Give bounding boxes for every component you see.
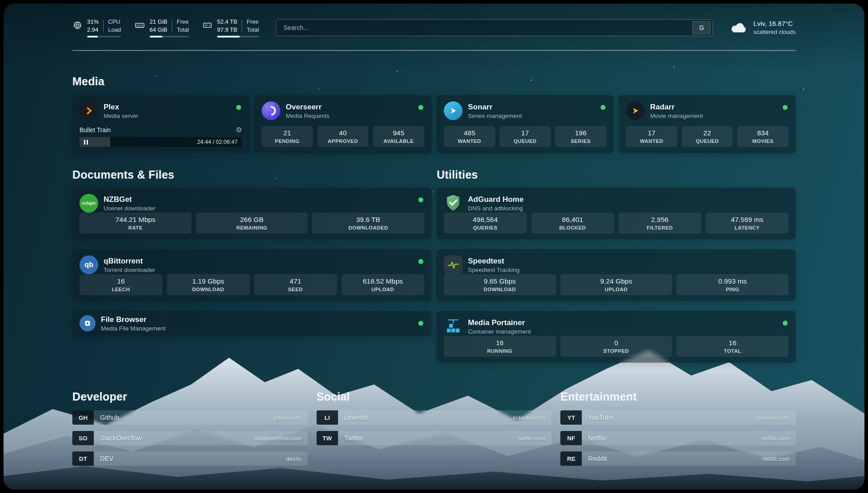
- bookmark-reddit[interactable]: RE Reddit reddit.com: [560, 451, 796, 466]
- stat-rate: 744.21 MbpsRATE: [79, 213, 192, 234]
- adguard-shield-icon: [444, 194, 463, 213]
- pause-icon[interactable]: [84, 140, 88, 145]
- disk-progress-bar: [217, 36, 259, 38]
- status-dot: [601, 105, 605, 110]
- stackoverflow-icon: SO: [72, 431, 94, 445]
- dashboard-content: Media Plex Media server: [72, 75, 796, 466]
- stat-wanted: 485WANTED: [444, 126, 495, 147]
- ram-widget: 21 GiB 64 GiB Free Total: [134, 18, 189, 38]
- vertical-divider: [242, 20, 242, 32]
- bookmark-linkedin[interactable]: LI LinkedIn linkedin.com: [317, 410, 552, 425]
- section-title-media: Media: [72, 75, 796, 88]
- section-title-social: Social: [317, 390, 552, 403]
- stat-ping: 0.993 msPING: [676, 274, 789, 295]
- search-bar: G: [276, 19, 713, 36]
- vertical-divider: [172, 20, 172, 32]
- app-subtitle: Usenet downloader: [104, 205, 155, 212]
- disk-free: 52.4 TB: [217, 18, 237, 26]
- topbar-divider: [72, 50, 796, 51]
- speedtest-card[interactable]: Speedtest Speedtest Tracking 9.65 GbpsDO…: [437, 249, 796, 301]
- plex-icon: [79, 101, 98, 120]
- sonarr-icon: [444, 101, 463, 120]
- app-subtitle: Speedtest Tracking: [468, 267, 520, 273]
- section-media: Media Plex Media server: [72, 75, 796, 153]
- stat-queued: 17QUEUED: [500, 126, 551, 147]
- app-subtitle: Media Requests: [286, 113, 330, 119]
- status-dot: [783, 105, 788, 110]
- bookmark-dev[interactable]: DT DEV dev.to: [72, 451, 308, 466]
- bookmark-youtube[interactable]: YT YouTube youtube.com: [560, 410, 796, 425]
- stat-remaining: 266 GBREMAINING: [196, 213, 308, 234]
- cpu-percent: 31%: [87, 18, 99, 26]
- playback-progress-bar[interactable]: 24:44 / 02:06:47: [79, 137, 242, 147]
- filebrowser-icon: [79, 315, 96, 331]
- ram-label-2: Total: [177, 26, 189, 34]
- speedtest-pulse-icon: [444, 255, 463, 274]
- now-playing: Bullet Train ⚙ 24:44 / 02:06:47: [79, 125, 242, 147]
- bookmark-github[interactable]: GH Github github.com: [72, 410, 308, 425]
- stat-approved: 40APPROVED: [317, 126, 369, 147]
- bookmark-twitter[interactable]: TW Twitter twitter.com: [317, 431, 552, 445]
- sonarr-card[interactable]: Sonarr Series management 485WANTED 17QUE…: [437, 95, 613, 153]
- qbittorrent-card[interactable]: qb qBittorrent Torrent downloader 16LEEC…: [72, 249, 431, 301]
- search-engine-button[interactable]: G: [692, 21, 711, 34]
- overseerr-card[interactable]: Overseerr Media Requests 21PENDING 40APP…: [255, 95, 431, 153]
- weather-condition: scattered clouds: [753, 28, 796, 36]
- twitter-icon: TW: [317, 431, 338, 445]
- stat-download: 9.65 GbpsDOWNLOAD: [444, 274, 556, 295]
- stat-running: 16RUNNING: [444, 336, 556, 357]
- status-dot: [418, 105, 423, 110]
- stat-upload: 618.52 MbpsUPLOAD: [342, 274, 425, 295]
- linkedin-icon: LI: [317, 410, 338, 425]
- nzbget-card[interactable]: nzbget NZBGet Usenet downloader 744.21 M…: [72, 188, 431, 239]
- plex-card[interactable]: Plex Media server Bullet Train ⚙: [72, 95, 249, 153]
- status-dot: [418, 321, 423, 326]
- stat-total: 16TOTAL: [676, 336, 789, 357]
- status-dot: [418, 197, 423, 202]
- section-title-entertainment: Entertainment: [560, 390, 796, 403]
- youtube-icon: YT: [560, 410, 582, 425]
- radarr-card[interactable]: Radarr Movie management 17WANTED 22QUEUE…: [619, 95, 796, 153]
- ram-icon: [134, 20, 145, 38]
- cpu-load-avg: 2.94: [87, 26, 99, 34]
- app-name: Overseerr: [286, 103, 330, 112]
- cpu-icon: [72, 20, 83, 38]
- status-dot: [418, 259, 423, 264]
- bookmark-group-developer: Developer GH Github github.com SO StackO…: [72, 390, 308, 466]
- app-subtitle: Movie management: [650, 113, 703, 119]
- app-name: Sonarr: [468, 103, 522, 112]
- nzbget-icon: nzbget: [79, 194, 98, 213]
- weather-location: Lviv, 16.87°C: [753, 19, 796, 28]
- app-name: Media Portainer: [468, 318, 531, 327]
- search-input[interactable]: [276, 24, 692, 31]
- ram-free: 21 GiB: [150, 18, 167, 26]
- adguard-card[interactable]: AdGuard Home DNS and adblocking 498,564Q…: [437, 188, 796, 239]
- app-subtitle: Media File Management: [101, 325, 166, 332]
- app-subtitle: Torrent downloader: [104, 267, 155, 273]
- github-icon: GH: [72, 410, 94, 425]
- topbar: 31% 2.94 CPU Load: [72, 16, 796, 39]
- bookmark-netflix[interactable]: NF Netflix netflix.com: [560, 431, 796, 445]
- stat-downloaded: 39.6 TBDOWNLOADED: [312, 213, 424, 234]
- app-name: File Browser: [101, 315, 166, 324]
- stat-queued: 22QUEUED: [682, 126, 733, 147]
- stat-pending: 21PENDING: [262, 126, 313, 147]
- app-subtitle: Container management: [468, 328, 531, 335]
- bookmark-group-social: Social LI LinkedIn linkedin.com TW Twitt…: [317, 390, 552, 466]
- stat-blocked: 86,401BLOCKED: [531, 213, 614, 234]
- app-name: Radarr: [650, 103, 703, 112]
- app-name: Plex: [104, 103, 138, 112]
- portainer-icon: [444, 317, 463, 336]
- gear-icon[interactable]: ⚙: [236, 126, 242, 134]
- cpu-label-1: CPU: [108, 18, 121, 26]
- cloud-icon: [730, 21, 748, 34]
- bookmark-group-entertainment: Entertainment YT YouTube youtube.com NF …: [560, 390, 796, 466]
- bookmark-stackoverflow[interactable]: SO StackOverflow stackoverflow.com: [72, 431, 308, 445]
- filebrowser-card[interactable]: File Browser Media File Management: [72, 311, 431, 336]
- app-name: NZBGet: [104, 195, 155, 204]
- stat-queries: 498,564QUERIES: [444, 213, 527, 234]
- reddit-icon: RE: [560, 451, 582, 466]
- section-documents: Documents & Files nzbget NZBGet Usenet d…: [72, 168, 431, 336]
- qbittorrent-icon: qb: [79, 255, 98, 274]
- portainer-card[interactable]: Media Portainer Container management 16R…: [437, 311, 796, 363]
